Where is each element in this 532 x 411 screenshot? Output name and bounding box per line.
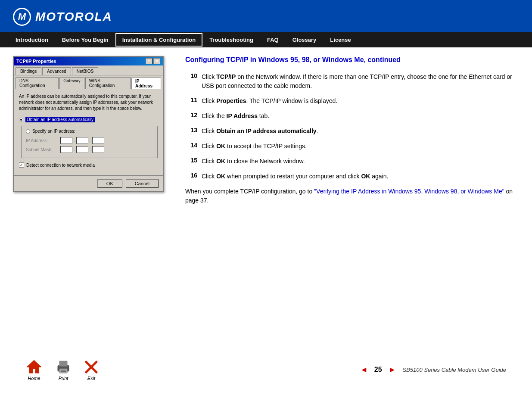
page-number: 25 bbox=[374, 366, 382, 374]
step-10: 10 Click TCP/IP on the Network window. I… bbox=[185, 72, 519, 90]
radio-specify-icon bbox=[26, 129, 30, 134]
exit-icon bbox=[84, 360, 98, 374]
ip-dot-1: . bbox=[74, 137, 75, 144]
nav-item-before-you-begin[interactable]: Before You Begin bbox=[55, 33, 115, 47]
screenshot-area: TCP/IP Properties ? ✕ Bindings Advanced … bbox=[13, 56, 172, 205]
ip-octet-1[interactable] bbox=[60, 137, 72, 144]
radio-specify-ip[interactable]: Specify an IP address: bbox=[26, 129, 153, 134]
step-10-number: 10 bbox=[185, 72, 197, 79]
note-prefix: When you complete TCP/IP configuration, … bbox=[185, 188, 314, 195]
sub-tab-gateway[interactable]: Gateway bbox=[59, 77, 84, 89]
note-link[interactable]: "Verifying the IP Address in Windows 95,… bbox=[314, 188, 504, 195]
motorola-wordmark: MOTOROLA bbox=[35, 10, 112, 24]
nav-item-glossary[interactable]: Glossary bbox=[286, 33, 324, 47]
print-icon bbox=[55, 360, 72, 374]
exit-nav-item[interactable]: Exit bbox=[84, 360, 98, 381]
radio-specify-label: Specify an IP address: bbox=[32, 129, 75, 134]
step-11-number: 11 bbox=[185, 97, 197, 103]
subnet-dot-2: . bbox=[90, 146, 91, 153]
header: M MOTOROLA bbox=[0, 0, 532, 32]
dialog-titlebar-buttons: ? ✕ bbox=[146, 58, 160, 64]
nav-icons-group: Home Print Exit bbox=[26, 358, 98, 381]
ip-address-row: IP Address: . . bbox=[26, 137, 153, 144]
ip-address-input[interactable]: . . bbox=[60, 137, 104, 144]
detect-connection-row[interactable]: ✓ Detect connection to network media bbox=[19, 162, 158, 168]
section-title: Configuring TCP/IP in Windows 95, 98, or… bbox=[185, 56, 519, 64]
logo-circle: M bbox=[13, 8, 31, 26]
subnet-octet-3[interactable] bbox=[92, 146, 104, 153]
sub-tab-ip-address[interactable]: IP Address bbox=[131, 78, 161, 89]
motorola-logo: M MOTOROLA bbox=[13, 8, 112, 26]
tab-bindings[interactable]: Bindings bbox=[16, 67, 41, 75]
detect-checkbox[interactable]: ✓ bbox=[19, 162, 24, 168]
dialog-title: TCP/IP Properties bbox=[16, 59, 56, 64]
svg-marker-0 bbox=[27, 360, 41, 373]
nav-item-license[interactable]: License bbox=[323, 33, 358, 47]
step-10-text: Click TCP/IP on the Network window. If t… bbox=[202, 72, 519, 90]
step-14-text: Click OK to accept the TCP/IP settings. bbox=[202, 142, 519, 151]
print-nav-item[interactable]: Print bbox=[55, 360, 72, 381]
nav-item-installation-config[interactable]: Installation & Configuration bbox=[115, 33, 202, 47]
note-text: When you complete TCP/IP configuration, … bbox=[185, 187, 519, 205]
tab-advanced[interactable]: Advanced bbox=[42, 67, 71, 75]
step-14: 14 Click OK to accept the TCP/IP setting… bbox=[185, 142, 519, 151]
dialog-help-button[interactable]: ? bbox=[146, 58, 152, 64]
page-navigation: ◄ 25 ► SB5100 Series Cable Modem User Gu… bbox=[360, 365, 506, 374]
radio-obtain-icon bbox=[19, 118, 23, 122]
home-nav-item[interactable]: Home bbox=[26, 358, 42, 381]
ip-octet-2[interactable] bbox=[76, 137, 88, 144]
logo-m-icon: M bbox=[18, 11, 26, 22]
step-16-text: Click OK when prompted to restart your c… bbox=[202, 172, 519, 181]
nav-item-introduction[interactable]: Introduction bbox=[9, 33, 55, 47]
ok-button[interactable]: OK bbox=[97, 179, 122, 188]
navigation-bar: Introduction Before You Begin Installati… bbox=[0, 32, 532, 47]
bottom-navigation: Home Print Exit ◄ 25 ► bbox=[0, 354, 532, 385]
step-15-text: Click OK to close the Network window. bbox=[202, 157, 519, 166]
dialog-titlebar: TCP/IP Properties ? ✕ bbox=[14, 57, 163, 65]
subnet-dot-1: . bbox=[74, 146, 75, 153]
step-16-number: 16 bbox=[185, 172, 197, 179]
nav-item-troubleshooting[interactable]: Troubleshooting bbox=[202, 33, 260, 47]
radio-obtain-ip[interactable]: Obtain an IP address automatically bbox=[19, 117, 158, 122]
ip-dot-2: . bbox=[90, 137, 91, 144]
step-16: 16 Click OK when prompted to restart you… bbox=[185, 172, 519, 181]
ip-address-label: IP Address: bbox=[26, 138, 58, 143]
dialog-description: An IP address can be automatically assig… bbox=[19, 93, 158, 112]
right-content: Configuring TCP/IP in Windows 95, 98, or… bbox=[185, 56, 519, 205]
specify-ip-group: Specify an IP address: IP Address: . . bbox=[21, 126, 158, 158]
ip-octet-3[interactable] bbox=[92, 137, 104, 144]
step-15-number: 15 bbox=[185, 157, 197, 164]
next-page-button[interactable]: ► bbox=[389, 365, 396, 374]
step-13-number: 13 bbox=[185, 127, 197, 134]
step-11-text: Click Properties. The TCP/IP window is d… bbox=[202, 97, 519, 106]
step-13-text: Click Obtain an IP address automatically… bbox=[202, 127, 519, 136]
cancel-button[interactable]: Cancel bbox=[126, 179, 159, 188]
subnet-octet-1[interactable] bbox=[60, 146, 72, 153]
step-14-number: 14 bbox=[185, 142, 197, 149]
step-12-text: Click the IP Address tab. bbox=[202, 112, 519, 121]
svg-rect-2 bbox=[59, 361, 67, 366]
sub-tab-dns[interactable]: DNS Configuration bbox=[16, 77, 59, 89]
subnet-mask-input[interactable]: . . bbox=[60, 146, 104, 153]
subnet-mask-row: Subnet Mask: . . bbox=[26, 146, 153, 153]
dialog-footer: OK Cancel bbox=[14, 175, 163, 191]
subnet-octet-2[interactable] bbox=[76, 146, 88, 153]
tab-netbios[interactable]: NetBIOS bbox=[72, 67, 98, 75]
sub-tab-wins[interactable]: WINS Configuration bbox=[85, 77, 131, 89]
home-label: Home bbox=[28, 376, 40, 381]
nav-item-faq[interactable]: FAQ bbox=[260, 33, 286, 47]
dialog-sub-tabs: DNS Configuration Gateway WINS Configura… bbox=[14, 75, 163, 89]
prev-page-button[interactable]: ◄ bbox=[360, 365, 368, 374]
dialog-close-button[interactable]: ✕ bbox=[153, 58, 160, 64]
dialog-main-tabs: Bindings Advanced NetBIOS bbox=[14, 65, 163, 75]
guide-title: SB5100 Series Cable Modem User Guide bbox=[402, 367, 506, 373]
dialog-body: An IP address can be automatically assig… bbox=[14, 89, 163, 175]
step-11: 11 Click Properties. The TCP/IP window i… bbox=[185, 97, 519, 106]
step-13: 13 Click Obtain an IP address automatica… bbox=[185, 127, 519, 136]
radio-obtain-label: Obtain an IP address automatically bbox=[25, 117, 95, 122]
step-12: 12 Click the IP Address tab. bbox=[185, 112, 519, 121]
exit-label: Exit bbox=[87, 376, 95, 381]
step-12-number: 12 bbox=[185, 112, 197, 118]
subnet-mask-label: Subnet Mask: bbox=[26, 147, 58, 152]
main-content: TCP/IP Properties ? ✕ Bindings Advanced … bbox=[0, 47, 532, 214]
